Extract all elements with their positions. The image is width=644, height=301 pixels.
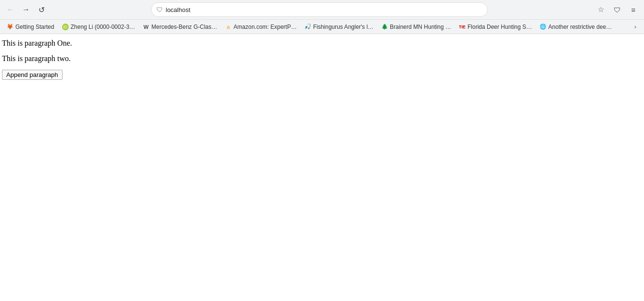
bookmarks-bar: 🦊 Getting Started iD Zheng Li (0000-0002… bbox=[0, 19, 644, 34]
bookmark-favicon-another-restrictive: 🌐 bbox=[540, 24, 546, 30]
append-paragraph-button[interactable]: Append paragraph bbox=[2, 70, 63, 80]
back-button[interactable]: ← bbox=[4, 3, 17, 16]
bookmark-fishingurus[interactable]: 🎣 Fishingurus Angler's l… bbox=[301, 21, 378, 33]
bookmark-label-fishingurus: Fishingurus Angler's l… bbox=[313, 24, 374, 30]
bookmark-favicon-brainerd: 🌲 bbox=[381, 24, 388, 30]
chevron-right-icon: › bbox=[634, 23, 636, 30]
bookmark-zheng-li[interactable]: iD Zheng Li (0000-0002-3… bbox=[58, 21, 139, 33]
address-bar-right-icons: ☆ 🛡 ≡ bbox=[594, 3, 640, 16]
bookmark-favicon-getting-started: 🦊 bbox=[7, 24, 13, 30]
address-bar-container: 🛡 bbox=[151, 2, 488, 17]
bookmark-favicon-fishingurus: 🎣 bbox=[304, 24, 311, 30]
bookmark-label-brainerd: Brainerd MN Hunting … bbox=[390, 24, 451, 30]
paragraph-one: This is paragraph One. bbox=[2, 39, 642, 48]
top-bar: ← → ↺ 🛡 ☆ 🛡 ≡ bbox=[0, 0, 644, 19]
bookmark-brainerd[interactable]: 🌲 Brainerd MN Hunting … bbox=[378, 21, 455, 33]
bookmark-star-button[interactable]: ☆ bbox=[594, 3, 607, 16]
browser-chrome: ← → ↺ 🛡 ☆ 🛡 ≡ 🦊 Getting Sta bbox=[0, 0, 644, 34]
bookmark-label-zheng-li: Zheng Li (0000-0002-3… bbox=[71, 24, 135, 30]
bookmark-getting-started[interactable]: 🦊 Getting Started bbox=[3, 21, 58, 33]
bookmark-favicon-zheng-li: iD bbox=[62, 24, 69, 30]
star-icon: ☆ bbox=[598, 5, 604, 14]
firefox-protect-button[interactable]: 🛡 bbox=[610, 3, 624, 16]
bookmark-favicon-amazon: a bbox=[225, 24, 232, 30]
bookmark-florida-deer[interactable]: TIE Florida Deer Hunting S… bbox=[455, 21, 536, 33]
bookmark-favicon-mercedes: W bbox=[143, 24, 150, 30]
firefox-protect-icon: 🛡 bbox=[614, 6, 621, 14]
security-icon: 🛡 bbox=[156, 6, 163, 13]
bookmark-another-restrictive[interactable]: 🌐 Another restrictive dee… bbox=[536, 21, 616, 33]
bookmark-label-getting-started: Getting Started bbox=[15, 24, 54, 30]
bookmark-label-another-restrictive: Another restrictive dee… bbox=[548, 24, 612, 30]
back-icon: ← bbox=[7, 5, 14, 14]
bookmark-mercedes[interactable]: W Mercedes-Benz G-Clas… bbox=[139, 21, 221, 33]
reload-icon: ↺ bbox=[38, 5, 45, 14]
menu-button[interactable]: ≡ bbox=[627, 3, 640, 16]
bookmark-amazon[interactable]: a Amazon.com: ExpertP… bbox=[221, 21, 301, 33]
bookmark-label-amazon: Amazon.com: ExpertP… bbox=[234, 24, 297, 30]
bookmark-label-florida-deer: Florida Deer Hunting S… bbox=[467, 24, 532, 30]
bookmark-label-mercedes: Mercedes-Benz G-Clas… bbox=[152, 24, 217, 30]
menu-icon: ≡ bbox=[631, 6, 636, 14]
address-input[interactable] bbox=[166, 6, 482, 13]
page-content: This is paragraph One. This is paragraph… bbox=[0, 34, 644, 85]
paragraph-two: This is paragraph two. bbox=[2, 54, 642, 63]
reload-button[interactable]: ↺ bbox=[35, 3, 48, 16]
bookmarks-chevron-button[interactable]: › bbox=[630, 21, 641, 33]
forward-button[interactable]: → bbox=[19, 3, 33, 16]
bookmark-favicon-florida-deer: TIE bbox=[459, 24, 466, 30]
forward-icon: → bbox=[22, 5, 30, 14]
